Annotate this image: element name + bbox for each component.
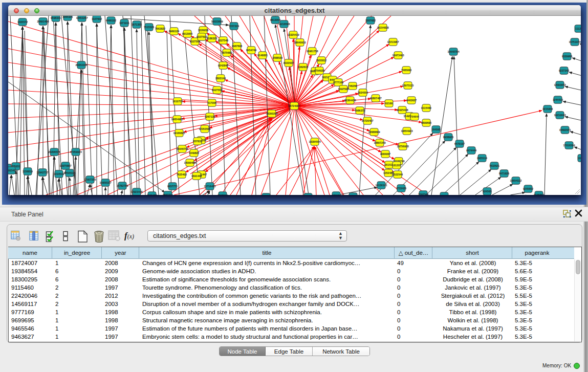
- svg-text:19166825: 19166825: [173, 132, 185, 135]
- svg-text:19218506: 19218506: [278, 23, 290, 26]
- svg-text:975632: 975632: [440, 194, 448, 195]
- svg-text:14136141: 14136141: [375, 184, 387, 187]
- svg-text:417006: 417006: [207, 101, 216, 104]
- svg-text:12213967: 12213967: [387, 40, 399, 43]
- svg-text:7663822: 7663822: [155, 27, 165, 30]
- svg-text:9657771: 9657771: [163, 193, 173, 195]
- svg-text:1156819: 1156819: [23, 170, 33, 173]
- svg-text:8938923: 8938923: [443, 136, 453, 139]
- svg-text:1588520: 1588520: [272, 56, 282, 59]
- svg-text:1352485: 1352485: [383, 171, 394, 174]
- svg-text:9242848: 9242848: [218, 64, 228, 67]
- svg-text:9245652: 9245652: [534, 193, 544, 195]
- svg-text:6466102: 6466102: [106, 19, 116, 22]
- svg-text:2803144: 2803144: [215, 77, 226, 80]
- svg-text:9084067: 9084067: [380, 152, 390, 156]
- svg-text:1065326: 1065326: [62, 16, 73, 18]
- svg-text:20053346: 20053346: [75, 63, 87, 67]
- svg-text:7632621: 7632621: [489, 164, 499, 167]
- svg-text:161207: 161207: [392, 164, 401, 167]
- svg-text:6479197: 6479197: [454, 142, 465, 145]
- svg-text:8322037: 8322037: [284, 61, 294, 64]
- svg-text:3226058: 3226058: [198, 29, 208, 32]
- svg-text:18807249: 18807249: [374, 141, 385, 144]
- svg-text:19654985: 19654985: [171, 118, 183, 121]
- svg-text:3215958: 3215958: [542, 107, 553, 111]
- svg-text:10973493: 10973493: [392, 54, 404, 57]
- svg-text:17359924: 17359924: [70, 150, 81, 154]
- svg-text:12093872: 12093872: [554, 83, 565, 86]
- svg-text:10807487: 10807487: [369, 97, 381, 100]
- svg-text:11123: 11123: [575, 27, 581, 30]
- svg-text:8454749: 8454749: [246, 49, 256, 52]
- svg-text:20206576: 20206576: [48, 150, 60, 154]
- svg-text:13325419: 13325419: [287, 33, 299, 36]
- svg-text:1292344: 1292344: [217, 194, 228, 195]
- svg-text:18300295: 18300295: [266, 112, 277, 115]
- svg-text:9146821: 9146821: [257, 54, 268, 57]
- svg-text:10654112: 10654112: [510, 179, 522, 182]
- svg-text:14099489: 14099489: [184, 161, 195, 164]
- svg-text:9327503: 9327503: [197, 35, 207, 38]
- svg-text:8960124: 8960124: [169, 30, 179, 33]
- svg-text:1405572: 1405572: [17, 20, 28, 24]
- svg-text:9245652: 9245652: [523, 187, 533, 190]
- svg-text:20691406: 20691406: [37, 20, 49, 23]
- svg-text:2087682: 2087682: [365, 19, 376, 22]
- svg-text:9327546: 9327546: [218, 39, 228, 42]
- svg-text:1362615: 1362615: [298, 65, 308, 69]
- svg-text:2522544: 2522544: [393, 173, 403, 176]
- svg-text:164095: 164095: [431, 128, 440, 131]
- svg-text:10025438: 10025438: [396, 108, 408, 112]
- svg-text:7515526: 7515526: [144, 26, 154, 29]
- svg-text:7357224: 7357224: [229, 25, 239, 28]
- svg-text:10653267: 10653267: [76, 16, 88, 19]
- svg-text:9115460: 9115460: [421, 106, 431, 110]
- svg-text:1244415: 1244415: [553, 98, 563, 101]
- svg-text:116753: 116753: [577, 157, 581, 160]
- svg-text:19756928: 19756928: [397, 145, 408, 148]
- svg-text:8427552: 8427552: [212, 89, 222, 92]
- svg-text:1691448: 1691448: [191, 174, 202, 178]
- svg-text:16154838: 16154838: [377, 26, 388, 29]
- svg-text:9463627: 9463627: [406, 99, 417, 102]
- svg-text:15720407: 15720407: [361, 119, 373, 122]
- svg-text:1327602: 1327602: [92, 17, 102, 20]
- svg-text:857833: 857833: [193, 140, 202, 143]
- svg-text:6497508: 6497508: [338, 87, 349, 91]
- svg-text:16648784: 16648784: [447, 50, 459, 53]
- svg-text:18640910: 18640910: [294, 41, 306, 44]
- svg-text:12353594: 12353594: [199, 127, 210, 130]
- svg-text:15751074: 15751074: [569, 40, 580, 43]
- svg-text:1314519: 1314519: [54, 172, 64, 176]
- svg-text:7625402: 7625402: [177, 173, 187, 176]
- svg-text:391541: 391541: [8, 169, 16, 172]
- svg-text:12975115: 12975115: [402, 84, 414, 87]
- svg-text:7986372: 7986372: [355, 109, 365, 112]
- svg-text:3267130: 3267130: [205, 115, 215, 118]
- svg-text:9899695: 9899695: [421, 121, 431, 124]
- svg-text:3024554: 3024554: [358, 91, 368, 94]
- svg-text:1071911: 1071911: [119, 21, 129, 25]
- svg-text:15716485: 15716485: [204, 185, 215, 188]
- svg-text:12942737: 12942737: [36, 171, 48, 174]
- svg-text:7485063: 7485063: [401, 69, 411, 72]
- svg-text:19654923: 19654923: [401, 129, 412, 133]
- svg-text:12505115: 12505115: [64, 171, 76, 174]
- svg-text:9155422: 9155422: [147, 194, 157, 195]
- svg-text:17957255: 17957255: [84, 178, 96, 181]
- svg-text:9329966: 9329966: [562, 55, 572, 58]
- svg-text:924565: 924565: [483, 190, 491, 193]
- svg-text:8912954: 8912954: [182, 32, 192, 35]
- svg-text:13975887: 13975887: [59, 164, 71, 167]
- svg-text:17016504: 17016504: [563, 144, 575, 147]
- svg-text:10688609: 10688609: [368, 130, 380, 134]
- svg-text:16046748: 16046748: [176, 147, 188, 150]
- svg-text:9598331: 9598331: [51, 16, 61, 19]
- svg-text:9657771: 9657771: [167, 185, 178, 188]
- svg-text:746266: 746266: [348, 84, 357, 87]
- svg-text:16033809: 16033809: [211, 20, 223, 23]
- svg-text:16782759: 16782759: [116, 184, 128, 187]
- svg-text:7955812: 7955812: [316, 59, 326, 62]
- svg-text:8186323: 8186323: [207, 37, 217, 40]
